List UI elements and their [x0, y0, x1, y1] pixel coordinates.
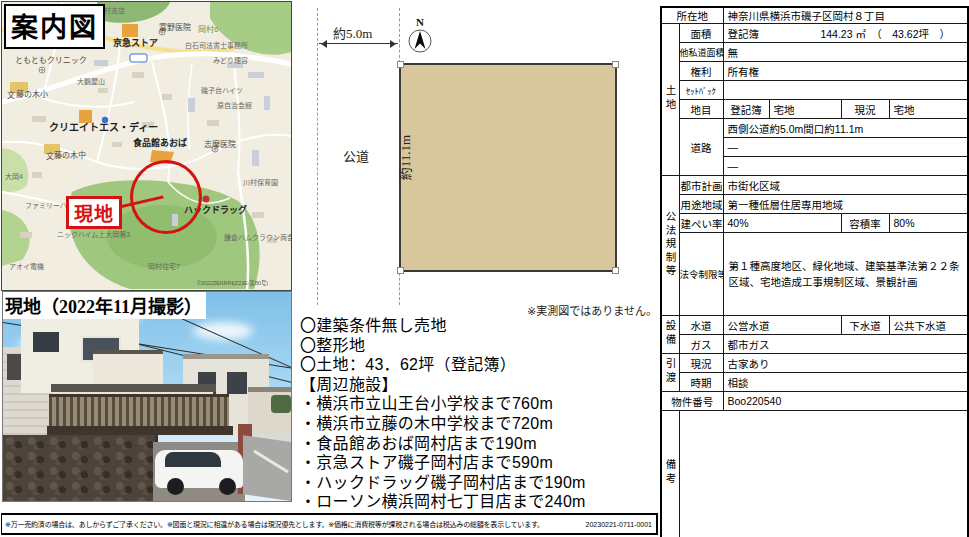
cell-restrictions-value: 第１種高度地区、緑化地域、建築基準法第２２条区域、宅地造成工事規制区域、景観計画	[723, 233, 968, 316]
map-copyright: ©2022ZENRIN(Z23E-第80号)	[197, 280, 268, 285]
cell-category-registry-label: 登記簿	[723, 100, 769, 119]
car-windows	[165, 452, 221, 467]
photo-title: 現地（2022年11月撮影）	[3, 292, 206, 319]
map-label: 川村保育園	[243, 179, 278, 186]
lot-corner	[397, 61, 404, 68]
map-label: アオイ電機	[9, 263, 44, 270]
cell-area-value: 登記簿144.23 ㎡ （ 43.62坪 ）	[723, 24, 968, 43]
cell-private-road-value: 無	[723, 43, 968, 62]
north-label: N	[407, 17, 433, 28]
feature-item: ・横浜市立山王台小学校まで760m	[300, 394, 586, 414]
frontage-label: 約11.1m	[395, 103, 414, 213]
road-width-label: 約5.0m	[333, 23, 372, 42]
group-utilities: 設備	[661, 316, 679, 354]
main-house-gable	[93, 350, 163, 388]
feature-item: 【周辺施設】	[300, 375, 586, 395]
cell-far-value: 80%	[889, 214, 968, 233]
cell-rights-value: 所有権	[723, 62, 968, 81]
feature-item: 〇土地：43．62坪（登記簿）	[300, 355, 586, 375]
hedge	[271, 395, 291, 413]
cell-road-label: 道路	[679, 119, 723, 176]
footer-bar: ※万一売約済の場合は、あしからずご了承ください。※図面と現況に相違がある場合は現…	[1, 513, 658, 535]
map-label: みどり理容	[213, 57, 248, 64]
boundary-dashed-line	[399, 8, 400, 63]
cell-remarks-value	[679, 411, 968, 537]
feature-item: ・食品館あおば岡村店まで190m	[300, 434, 586, 454]
cell-setback-value	[723, 81, 968, 100]
map-label: 岡村住宅7	[148, 263, 180, 270]
eave	[51, 384, 216, 392]
footer-note: ※万一売約済の場合は、あしからずご了承ください。※図面と現況に相違がある場合は現…	[2, 519, 544, 529]
map-label: 大鶴屋山	[77, 78, 105, 85]
cell-category-registry-value: 宅地	[769, 100, 841, 119]
public-road-label: 公道	[343, 146, 369, 165]
compass-graphic	[407, 28, 433, 54]
boundary-dashed-line	[317, 8, 318, 305]
cell-timing-value: 相談	[723, 373, 968, 392]
cell-water-value: 公営水道	[723, 316, 841, 335]
lot-corner	[397, 267, 404, 274]
property-table: 所在地 神奈川県横浜市磯子区岡村８丁目 土地 面積 登記簿144.23 ㎡ （ …	[660, 6, 969, 537]
school-mark: 文	[46, 153, 54, 161]
map-label: ニックハイム上大岡第3	[57, 231, 130, 238]
car-wheel	[167, 478, 184, 495]
group-remarks: 備考	[661, 411, 679, 537]
car-wheel	[219, 478, 236, 495]
group-handover: 引渡	[661, 354, 679, 392]
cell-category-current-label: 現況	[841, 100, 889, 119]
map-label: 志摩医院	[204, 141, 236, 149]
cell-private-road-label: 他私道面積	[679, 43, 723, 62]
cell-gas-label: ガス	[679, 335, 723, 354]
cell-category-label: 地目	[679, 100, 723, 119]
group-regulation: 公法規制等	[661, 176, 679, 316]
cell-property-no-label: 物件番号	[661, 392, 723, 411]
map-label: 食品館あおば	[133, 139, 187, 148]
map-label: 磯子台ハイツ	[201, 87, 243, 94]
feature-item: 〇建築条件無し売地	[300, 316, 586, 336]
property-flyer: 案内図 高風荘岡村支店 京急ストア 富野医院 岡村6 ハッピーモア 白石司法書士…	[0, 0, 969, 537]
cell-water-label: 水道	[679, 316, 723, 335]
map-label: 富野医院	[159, 24, 191, 32]
cell-rights-label: 権利	[679, 62, 723, 81]
cell-gas-value: 都市ガス	[723, 335, 968, 354]
lot-corner	[612, 61, 619, 68]
feature-item: ・ローソン横浜岡村七丁目店まで240m	[300, 492, 586, 512]
cell-zoning-value: 第一種低層住居専用地域	[723, 195, 968, 214]
group-land: 土地	[661, 24, 679, 176]
map-title: 案内図	[4, 4, 105, 49]
site-marker: 現地	[66, 196, 122, 229]
cell-property-no-value: Boo220540	[723, 392, 968, 411]
school-mark: 文	[7, 92, 15, 100]
map-label: 京急ストア	[113, 39, 158, 48]
cell-sewer-label: 下水道	[841, 316, 889, 335]
cell-road-line2: —	[723, 138, 968, 157]
map-label: 白石司法書士事務所	[185, 42, 248, 49]
lot-diagram-panel: 約5.0m N 公道 約11.1m ※実測図ではありません。 〇建築条件無し売地…	[293, 0, 658, 537]
cell-zoning-label: 用途地域	[679, 195, 723, 214]
cell-coverage-label: 建ぺい率	[679, 214, 723, 233]
window	[33, 332, 59, 352]
cell-cityplan-label: 都市計画	[679, 176, 723, 195]
cell-location-label: 所在地	[661, 7, 723, 24]
cell-setback-label: ｾｯﾄﾊﾞｯｸ	[679, 81, 723, 100]
window	[227, 372, 247, 394]
footer-code: 20230221-0711-0001	[586, 521, 656, 528]
map-label: クリエイトエス・ディー	[49, 123, 158, 133]
map-label: 大岡4	[5, 173, 23, 180]
balcony-base	[47, 426, 233, 435]
map-label: 鎌倉ハムクラウン商会	[224, 234, 292, 241]
north-compass-icon: N	[407, 17, 433, 58]
lot-shape	[399, 63, 617, 272]
feature-list: 〇建築条件無し売地 〇整形地 〇土地：43．62坪（登記簿） 【周辺施設】 ・横…	[300, 316, 586, 532]
cell-current-value: 古家あり	[723, 354, 968, 373]
cell-timing-label: 時期	[679, 373, 723, 392]
feature-item: ・ハックドラッグ磯子岡村店まで190m	[300, 473, 586, 493]
site-circle-icon	[130, 160, 202, 234]
cell-category-current-value: 宅地	[889, 100, 968, 119]
map-label: 藤の木小	[16, 91, 48, 99]
feature-item: ・京急ストア磯子岡村店まで590m	[300, 453, 586, 473]
cell-area-label: 面積	[679, 24, 723, 43]
map-label: 原自治会館	[217, 102, 252, 109]
cell-far-label: 容積率	[841, 214, 889, 233]
cell-road-line3: —	[723, 157, 968, 176]
